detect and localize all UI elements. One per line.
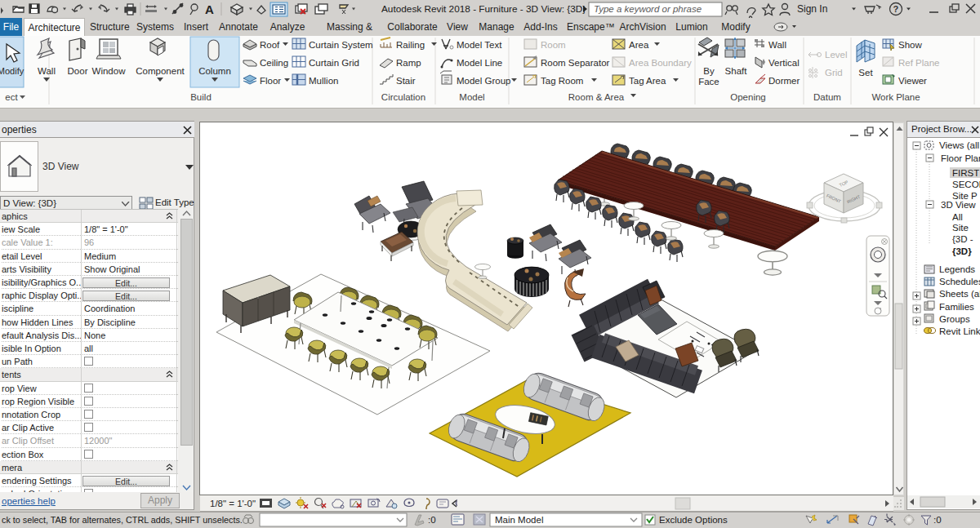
svg-text:Tag Area: Tag Area [629, 76, 666, 86]
svg-text:Model Text: Model Text [457, 40, 502, 50]
svg-text:Floor Plan: Floor Plan [941, 153, 980, 163]
svg-text:A: A [205, 2, 214, 16]
svg-text:Model Line: Model Line [457, 58, 502, 68]
svg-text:Schedules: Schedules [939, 277, 980, 286]
svg-text:Datum: Datum [813, 92, 841, 102]
svg-text:Model: Model [459, 92, 484, 102]
svg-text:SECOI: SECOI [952, 180, 980, 189]
svg-text:Ramp: Ramp [396, 58, 421, 68]
svg-text:Main Model: Main Model [495, 515, 543, 525]
svg-text:Circulation: Circulation [381, 92, 425, 102]
svg-text:Views (all: Views (all [939, 140, 979, 150]
svg-text:Shaft: Shaft [725, 66, 748, 76]
svg-text:Window: Window [92, 66, 127, 76]
svg-text:Families: Families [939, 302, 974, 312]
svg-text:Sign In: Sign In [797, 3, 827, 15]
svg-text:Exclude Options: Exclude Options [659, 515, 728, 525]
svg-text:Show: Show [898, 40, 922, 50]
svg-text:Tag Room: Tag Room [541, 76, 583, 86]
svg-text:Area: Area [629, 40, 649, 50]
svg-text:Type a keyword or phrase: Type a keyword or phrase [594, 4, 702, 14]
svg-text:{3D}: {3D} [952, 246, 972, 256]
svg-text:Site: Site [952, 223, 969, 233]
svg-text:?: ? [893, 4, 899, 14]
svg-text:Set: Set [858, 68, 873, 78]
svg-text:FIRST: FIRST [952, 168, 979, 178]
svg-text:Viewer: Viewer [898, 76, 927, 86]
svg-text:Modify: Modify [0, 66, 24, 76]
svg-text:Legends: Legends [939, 264, 975, 274]
svg-text:By: By [703, 66, 715, 76]
svg-text:Room Separator: Room Separator [541, 58, 610, 68]
svg-text:Face: Face [698, 77, 719, 87]
svg-text:Stair: Stair [396, 76, 416, 86]
svg-text:Ceiling: Ceiling [260, 58, 288, 68]
svg-text:Column: Column [198, 66, 231, 76]
svg-text:Autodesk Revit 2018 - Furnitur: Autodesk Revit 2018 - Furniture - 3D Vie… [381, 3, 586, 15]
svg-text:ck to select, TAB for alternat: ck to select, TAB for alternates, CTRL a… [2, 515, 243, 525]
svg-text:Room & Area: Room & Area [568, 92, 625, 102]
svg-text:Sheets (al: Sheets (al [939, 289, 980, 299]
svg-text:Curtain Grid: Curtain Grid [309, 58, 359, 68]
svg-text:Component: Component [136, 66, 185, 76]
svg-text:Opening: Opening [730, 92, 765, 102]
svg-text:Dormer: Dormer [768, 76, 800, 86]
svg-text:Site P: Site P [952, 191, 978, 201]
svg-text::0: :0 [428, 515, 436, 525]
svg-text:{3D -: {3D - [952, 234, 973, 244]
svg-text:Railing: Railing [396, 40, 425, 50]
svg-text:Curtain System: Curtain System [309, 40, 373, 50]
svg-text:1/8" = 1'-0": 1/8" = 1'-0" [210, 499, 256, 508]
svg-text:Wall: Wall [38, 66, 56, 76]
svg-text:Build: Build [190, 92, 212, 102]
svg-text:Floor: Floor [260, 76, 281, 86]
svg-text:Room: Room [541, 40, 566, 50]
svg-text:Model Group: Model Group [457, 76, 510, 86]
svg-text:Vertical: Vertical [768, 58, 800, 68]
svg-text:Ref Plane: Ref Plane [898, 58, 940, 68]
svg-text:Work Plane: Work Plane [871, 92, 920, 102]
svg-text:Door: Door [68, 66, 88, 76]
svg-text:Level: Level [825, 50, 848, 60]
svg-text:Area Boundary: Area Boundary [629, 58, 692, 68]
svg-text:Groups: Groups [939, 314, 970, 324]
svg-text:Mullion: Mullion [309, 76, 338, 86]
svg-text:ect: ect [5, 92, 18, 102]
svg-text:All: All [952, 212, 963, 222]
svg-text:Roof: Roof [260, 40, 280, 50]
svg-text:3D View: 3D View [941, 200, 976, 210]
svg-text::0: :0 [933, 515, 942, 525]
svg-text:Revit Link: Revit Link [939, 326, 980, 336]
svg-text:Grid: Grid [825, 68, 843, 78]
svg-text:Wall: Wall [768, 40, 786, 50]
